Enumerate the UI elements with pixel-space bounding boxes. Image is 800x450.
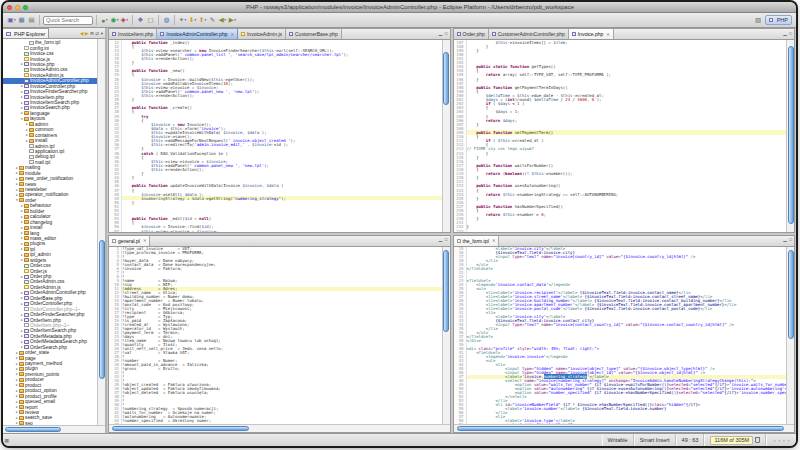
php-file-icon <box>160 32 164 36</box>
editor-scroll-thumb[interactable] <box>788 46 794 224</box>
editor-tab[interactable]: general.pl✕ <box>109 236 150 246</box>
open-perspective-icon[interactable]: ▧ <box>754 15 763 26</box>
view-menu-icon[interactable]: ▾ <box>101 32 103 37</box>
minimize-view-icon[interactable]: ▁ <box>783 238 787 243</box>
cursor-position-status: 49 : 63 <box>676 434 705 446</box>
editor-tab[interactable]: InvoiceAdminController.php✕ <box>157 29 238 39</box>
tree-item-label: news <box>25 182 36 187</box>
tree-item-label: OrderFinderSearcher.php <box>30 312 84 317</box>
explorer-hscroll-thumb[interactable] <box>5 427 61 432</box>
close-tab-icon[interactable]: ✕ <box>606 32 610 37</box>
prev-annotation-icon[interactable]: ⬆▾ <box>198 15 207 26</box>
run-icon[interactable]: ◉▾ <box>110 15 119 26</box>
save-icon[interactable]: ▦ <box>17 15 26 26</box>
status-toolbar-icon[interactable]: ▫ <box>774 438 776 443</box>
tree-item-label: Order.php <box>30 274 51 279</box>
editor-vertical-scrollbar <box>442 247 450 424</box>
status-toolbar-icon[interactable]: ▫ <box>783 438 785 443</box>
folder-file-icon <box>24 117 29 121</box>
insert-mode-status: Smart Insert <box>634 434 676 446</box>
tree-item-label: InvoiceController.php <box>30 84 75 89</box>
tree-item-label: calculator <box>30 214 51 219</box>
collapse-all-icon[interactable]: ⊟ <box>90 32 94 37</box>
editor-tab[interactable]: Invoice.php✕ <box>569 29 614 39</box>
folder-file-icon <box>19 182 24 186</box>
quick-search-input[interactable] <box>43 16 93 25</box>
tpl-file-icon <box>457 239 461 243</box>
tree-item-label: operator_notification <box>25 192 68 197</box>
external-tools-icon[interactable]: ◈▾ <box>120 15 129 26</box>
editor-tab[interactable]: Order.php <box>454 29 489 39</box>
folder-file-icon <box>19 389 24 393</box>
web-browser-icon[interactable]: ◍ <box>162 15 171 26</box>
close-tab-icon[interactable]: ✕ <box>230 32 234 37</box>
css-file-icon <box>24 264 29 268</box>
minimize-view-icon[interactable]: ▁ <box>439 32 443 37</box>
new-php-file-icon[interactable]: ❖ <box>136 15 145 26</box>
editor-hscroll-thumb[interactable] <box>112 426 248 431</box>
maximize-view-icon[interactable]: □ <box>789 238 792 243</box>
minimize-view-icon[interactable]: ▁ <box>783 32 787 37</box>
code-line[interactable]: 233 <box>454 229 787 232</box>
close-tab-icon[interactable]: ✕ <box>492 238 496 243</box>
php-explorer-header: PHP Explorer ◀▶⊟⇄▾ <box>3 28 105 39</box>
back-history-icon[interactable]: ◀▾ <box>218 15 227 26</box>
open-element-icon[interactable]: ▢ <box>146 15 155 26</box>
editor-scroll-thumb[interactable] <box>443 52 449 106</box>
forward-history-icon[interactable]: ▶▾ <box>228 15 237 26</box>
maximize-view-icon[interactable]: □ <box>445 238 448 243</box>
close-window-button[interactable] <box>7 5 12 10</box>
tpl-file-icon <box>29 149 34 153</box>
explorer-scroll-thumb[interactable] <box>99 240 105 379</box>
php-explorer-view-tab[interactable]: PHP Explorer <box>3 28 49 38</box>
editor-tab[interactable]: the_form.tpl✕ <box>454 236 500 246</box>
editor-tab[interactable]: InvoiceAdmin.js <box>238 29 286 39</box>
project-tree: the_form.tplconfig.iniInvoice.cssInvoice… <box>3 39 97 425</box>
tree-item-label: Order.css <box>30 263 51 268</box>
perspective-php-button[interactable]: PHP <box>765 15 792 25</box>
line-number: 233 <box>454 229 467 232</box>
php-explorer-title: PHP Explorer <box>14 31 45 37</box>
tree-item-label: plugins <box>30 241 45 246</box>
minimize-window-button[interactable] <box>15 5 20 10</box>
next-annotation-icon[interactable]: ⬇▾ <box>188 15 197 26</box>
editor-scroll-thumb[interactable] <box>788 250 794 339</box>
maximize-view-icon[interactable]: □ <box>445 32 448 37</box>
tree-item-label: plugin <box>25 366 38 371</box>
folder-file-icon <box>19 177 24 181</box>
new-wizard-icon[interactable]: ▣▾ <box>7 15 16 26</box>
tree-item-label: Invoice.css <box>30 51 54 56</box>
code-line[interactable]: 57 $this->view->invoice = $invoice; <box>109 229 442 232</box>
code-area[interactable]: 1!type_vat_invoice = VAT;2!type_proforma… <box>109 247 442 424</box>
maximize-view-icon[interactable]: □ <box>789 32 792 37</box>
last-edit-location-icon[interactable]: ✎ <box>208 15 217 26</box>
status-toolbar-icon[interactable]: ▫ <box>778 438 780 443</box>
print-icon[interactable]: ▤ <box>27 15 36 26</box>
forward-icon[interactable]: ▶ <box>85 32 89 37</box>
tree-item-label: lang <box>30 231 39 236</box>
editor-hscroll-thumb[interactable] <box>457 426 784 431</box>
js-file-icon <box>24 269 29 273</box>
fast-view-icon[interactable]: ▦ <box>5 438 10 443</box>
tree-item-label: config.ini <box>30 46 49 51</box>
editor-tab[interactable]: InvoiceItem.php <box>109 29 157 39</box>
status-toolbar-icon[interactable]: ▫ <box>788 438 790 443</box>
editor-scroll-thumb[interactable] <box>443 250 449 331</box>
minimize-view-icon[interactable]: ▁ <box>439 238 443 243</box>
php-file-icon <box>572 32 576 36</box>
link-with-editor-icon[interactable]: ⇄ <box>95 32 99 37</box>
search-icon[interactable]: ✦▾ <box>178 15 187 26</box>
editor-tab[interactable]: CustomerAdminController.php <box>489 29 569 39</box>
debug-icon[interactable]: ●▾ <box>100 15 109 26</box>
close-tab-icon[interactable]: ✕ <box>143 238 147 243</box>
code-area[interactable]: 15 <label>'invoice.city'</label>16 {$inv… <box>454 247 787 424</box>
editor-group-bottom-right: the_form.tpl✕▁□15 <label>'invoice.city'<… <box>453 235 796 433</box>
run-garbage-collector-icon[interactable] <box>755 437 760 443</box>
perspective-label: PHP <box>777 17 788 23</box>
toolbar-separator <box>96 15 97 25</box>
back-icon[interactable]: ◀ <box>80 32 84 37</box>
tree-item-label: OrderAdmin.js <box>30 285 61 290</box>
code-area[interactable]: 11 public function _index()12 {13 $this-… <box>109 40 442 232</box>
editor-tab[interactable]: CustomerBase.php <box>286 29 342 39</box>
code-area[interactable]: 187 $this->invoiceItems[] = $item;188 }1… <box>454 40 787 232</box>
